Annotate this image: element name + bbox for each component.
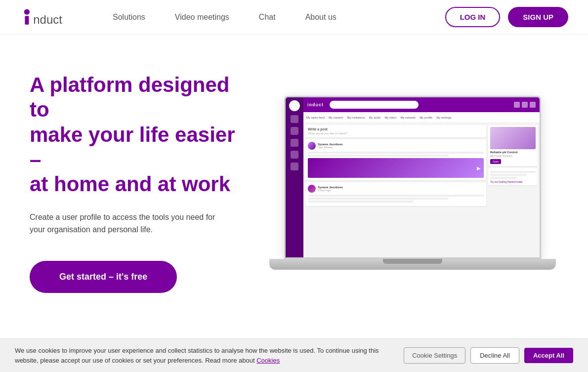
cookie-banner: We use cookies to improve your user expe… (0, 338, 588, 372)
hero-visual: induct My news feed My content (257, 96, 568, 270)
screen-nav-network: My network (400, 116, 416, 119)
login-button[interactable]: LOG IN (445, 7, 501, 27)
content-line-4 (308, 198, 449, 200)
logo[interactable]: nduct (20, 6, 83, 28)
screen-icon-1 (514, 102, 520, 108)
cookie-text: We use cookies to improve your user expe… (15, 346, 394, 365)
screen-nav-profile: My profile (420, 116, 432, 119)
user-card: Synøve Jacobsen Oslo, Norway (305, 139, 486, 180)
svg-point-0 (24, 9, 30, 14)
screen-topbar: induct (303, 97, 540, 112)
help-line-3 (490, 177, 517, 179)
screen-nav-invitations: My invitations (347, 116, 365, 119)
cookie-actions: Cookie Settings Decline All Accept All (404, 347, 573, 364)
cta-button[interactable]: Get started – it's free (30, 261, 177, 293)
laptop-base (269, 259, 556, 270)
post-image (308, 158, 484, 178)
help-line-1 (490, 171, 536, 173)
cookie-settings-button[interactable]: Cookie Settings (404, 347, 465, 364)
content-line-2 (308, 155, 449, 157)
laptop-screen: induct My news feed My content (284, 96, 541, 259)
nav-actions: LOG IN SIGN UP (445, 7, 568, 27)
help-link[interactable]: Try our Getting Started Guide (490, 180, 536, 183)
ad-card-sub: METTLER TOLEDO (490, 155, 536, 158)
nav-about-us[interactable]: About us (305, 13, 336, 22)
mini-avatar (308, 142, 316, 150)
ad-card-image (490, 127, 536, 149)
screen-nav-feed: My news feed (306, 116, 325, 119)
content-line-1 (308, 152, 484, 154)
mini-avatar-2 (308, 185, 316, 193)
ad-card-open-button[interactable]: Open (490, 159, 501, 164)
accept-cookies-button[interactable]: Accept All (524, 348, 573, 363)
nav-solutions[interactable]: Solutions (113, 13, 145, 22)
hero-title: A platform designed to make your life ea… (30, 73, 237, 197)
svg-text:nduct: nduct (33, 13, 62, 26)
nav-video-meetings[interactable]: Video meetings (175, 13, 229, 22)
screen-feed: Write a post What would you like to shar… (303, 123, 540, 257)
screen-sidebar-icon-5 (291, 163, 298, 170)
feed-left: Write a post What would you like to shar… (305, 125, 486, 255)
screen-sidebar (286, 97, 303, 257)
screen-avatar-icon (289, 100, 300, 111)
post-card-2: Synøve Jacobsen 3 hours ago (305, 182, 486, 206)
screen-main: induct My news feed My content (303, 97, 540, 257)
mini-location: Oslo, Norway (318, 146, 343, 149)
screen-search-bar (330, 101, 419, 109)
help-line-2 (490, 174, 527, 176)
cookie-link[interactable]: Cookies (256, 357, 280, 364)
hero-section: A platform designed to make your life ea… (0, 35, 588, 321)
screen-topbar-icons (514, 102, 536, 108)
screen-nav-content: My content (329, 116, 343, 119)
screen-icon-2 (522, 102, 528, 108)
screen-nav-settings: My settings (436, 116, 451, 119)
hero-text: A platform designed to make your life ea… (30, 73, 237, 293)
ad-card: Reliable pH Control METTLER TOLEDO Open (488, 125, 538, 166)
decline-cookies-button[interactable]: Decline All (470, 347, 519, 364)
ad-card-title: Reliable pH Control (490, 151, 536, 154)
screen-nav-inbox: My inbox (384, 116, 396, 119)
content-line-3 (308, 195, 484, 197)
screen-nav-tasks: My tasks (369, 116, 381, 119)
signup-button[interactable]: SIGN UP (508, 7, 568, 27)
hero-subtitle: Create a user profile to access the tool… (30, 211, 222, 236)
feed-right: Reliable pH Control METTLER TOLEDO Open … (488, 125, 538, 255)
content-line-5 (308, 201, 414, 203)
screen-sidebar-icon-4 (291, 151, 298, 159)
nav-chat[interactable]: Chat (259, 13, 276, 22)
screen-sidebar-icon-3 (291, 139, 298, 147)
screen-sidebar-icon-2 (291, 127, 298, 135)
write-post-card: Write a post What would you like to shar… (305, 125, 486, 137)
screen-icon-3 (530, 102, 536, 108)
laptop-illustration: induct My news feed My content (269, 96, 556, 270)
screen-sidebar-icon-1 (291, 115, 298, 123)
svg-rect-1 (25, 16, 29, 25)
nav-links: Solutions Video meetings Chat About us (113, 13, 445, 22)
navbar: nduct Solutions Video meetings Chat Abou… (0, 0, 588, 35)
mini-time-2: 3 hours ago (318, 189, 343, 192)
help-card: Try our Getting Started Guide (488, 168, 538, 185)
screen-subnav: My news feed My content My invitations M… (303, 112, 540, 123)
screen-logo: induct (307, 102, 324, 107)
